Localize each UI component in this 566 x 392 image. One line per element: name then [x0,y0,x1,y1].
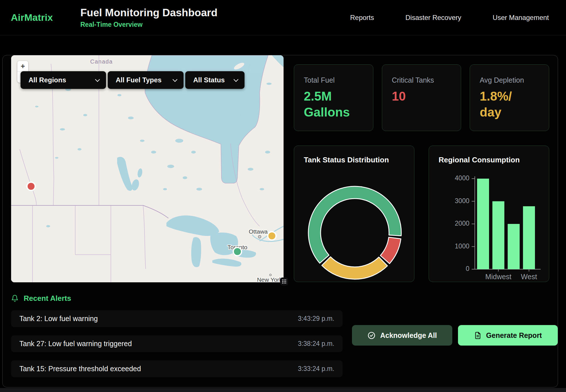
map-zoom-in-button[interactable]: + [17,61,28,72]
page-subtitle: Real-Time Overview [80,21,217,28]
nav-item-disaster-recovery[interactable]: Disaster Recovery [406,14,461,22]
document-icon [474,332,482,339]
tank-marker-critical[interactable] [27,182,35,191]
alert-time: 3:33:24 p.m. [298,365,334,373]
main-nav: Reports Disaster Recovery User Managemen… [350,14,549,22]
svg-text:West: West [521,273,537,281]
alert-row[interactable]: Tank 15: Pressure threshold exceeded 3:3… [11,360,343,377]
check-circle-icon [367,331,376,340]
stat-value: 1.8%/ day [480,88,539,121]
alert-actions: Acknowledge All Generate Report [352,325,558,346]
svg-text:3000: 3000 [455,197,469,205]
brand-logo: AirMatrix [11,12,80,23]
alert-message: Tank 27: Low fuel warning triggered [19,340,132,348]
nav-item-reports[interactable]: Reports [350,14,374,22]
alert-row[interactable]: Tank 27: Low fuel warning triggered 3:38… [11,335,343,352]
map-filters: All Regions All Fuel Types All Status [21,71,245,89]
chevron-down-icon [234,77,239,82]
map-image: CanadaOttawaTorontoNew York [11,55,284,282]
map-drag-handle-icon[interactable] [280,277,288,285]
stat-label: Avg Depletion [480,76,539,84]
stat-card-critical-tanks: Critical Tanks 10 [382,64,461,131]
recent-alerts-section: Recent Alerts Tank 2: Low fuel warning 3… [11,294,549,377]
stat-value: 10 [392,88,451,104]
donut-chart [294,146,414,282]
map-place-label: Canada [90,58,113,65]
alerts-heading: Recent Alerts [24,294,71,303]
svg-text:4000: 4000 [455,174,469,182]
bell-icon [11,294,19,302]
page-title: Fuel Monitoring Dashboard [80,7,217,19]
alert-time: 3:38:24 p.m. [298,340,334,348]
map-panel: CanadaOttawaTorontoNew York + − All Regi… [11,55,284,282]
stat-card-total-fuel: Total Fuel 2.5M Gallons [294,64,373,131]
nav-item-user-management[interactable]: User Management [493,14,549,22]
regional-consumption-card: Regional Consumption 01000200030004000Mi… [429,146,549,282]
svg-text:2000: 2000 [455,220,469,227]
stat-cards-row: Total Fuel 2.5M Gallons Critical Tanks 1… [294,64,549,131]
chevron-down-icon [95,77,100,82]
grid-dots-icon [282,279,287,284]
map-place-label: Ottawa [249,228,268,235]
status-filter-dropdown[interactable]: All Status [185,71,245,89]
stat-label: Total Fuel [304,76,363,84]
svg-text:1000: 1000 [455,242,469,250]
dashboard-panel: CanadaOttawaTorontoNew York + − All Regi… [2,55,558,387]
bar-chart: 01000200030004000MidwestWest [429,146,549,282]
svg-text:Midwest: Midwest [485,273,512,281]
stat-label: Critical Tanks [392,76,451,84]
alert-time: 3:43:29 p.m. [298,315,334,322]
acknowledge-all-button[interactable]: Acknowledge All [352,325,452,346]
chart-title: Tank Status Distribution [304,156,389,164]
alert-row[interactable]: Tank 2: Low fuel warning 3:43:29 p.m. [11,310,343,327]
fuel-type-filter-dropdown[interactable]: All Fuel Types [108,71,184,89]
generate-report-button[interactable]: Generate Report [458,325,558,346]
chevron-down-icon [173,77,178,82]
alert-message: Tank 2: Low fuel warning [19,315,98,323]
stat-value: 2.5M Gallons [304,88,363,121]
app-header: AirMatrix Fuel Monitoring Dashboard Real… [0,0,566,35]
map-place-label: New York [257,276,282,282]
tank-marker-warning[interactable] [268,232,276,240]
chart-title: Regional Consumption [439,156,520,164]
tank-status-distribution-card: Tank Status Distribution [294,146,414,282]
region-filter-dropdown[interactable]: All Regions [21,71,106,89]
tank-marker-normal[interactable] [233,248,242,256]
map-canvas[interactable]: CanadaOttawaTorontoNew York [11,55,284,282]
svg-text:0: 0 [466,265,469,272]
alert-message: Tank 15: Pressure threshold exceeded [19,365,141,373]
stat-card-avg-depletion: Avg Depletion 1.8%/ day [470,64,549,131]
alerts-list: Tank 2: Low fuel warning 3:43:29 p.m. Ta… [11,310,343,377]
